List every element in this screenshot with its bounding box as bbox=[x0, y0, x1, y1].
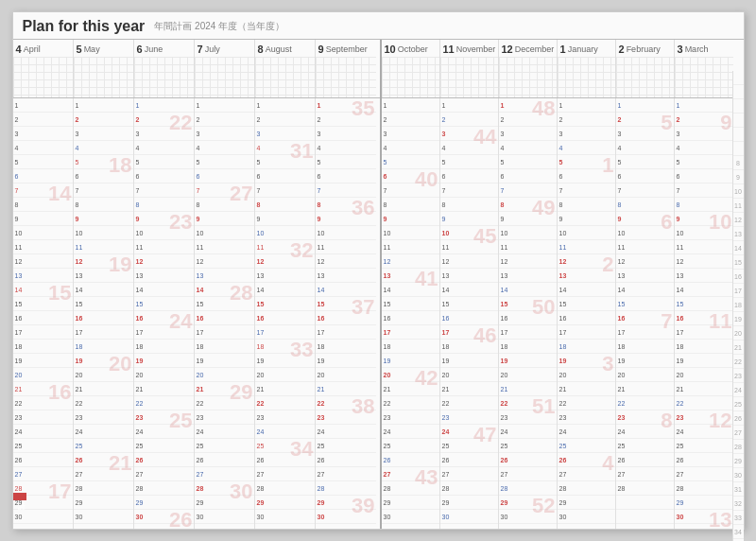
week-number-cell: 31 bbox=[733, 482, 744, 497]
day-cell: 29 bbox=[382, 496, 439, 510]
day-cell: 24 bbox=[499, 425, 557, 439]
day-col-may: 1234518678910111219131415161718192020212… bbox=[74, 98, 134, 529]
day-cell: 2 bbox=[499, 113, 557, 127]
day-cell: 2129 bbox=[195, 382, 254, 396]
day-cell: 15 bbox=[440, 297, 498, 311]
day-cell: 8 bbox=[195, 198, 254, 212]
week-number-cell: 20 bbox=[733, 326, 744, 340]
day-cell: 13 bbox=[558, 269, 615, 283]
day-cell: 25 bbox=[316, 439, 376, 453]
day-cell: 25 bbox=[558, 439, 615, 453]
day-cell: 13 bbox=[134, 269, 194, 283]
week-number-cell: 24 bbox=[733, 383, 744, 397]
day-cell: 29 bbox=[195, 496, 254, 510]
day-cell: 31 bbox=[558, 524, 615, 529]
day-cell: 28 bbox=[255, 481, 315, 496]
week-number-cell: 33 bbox=[733, 511, 744, 525]
day-cell: 3 bbox=[134, 127, 194, 141]
day-cell: 2 bbox=[558, 113, 615, 127]
day-cell: 17 bbox=[316, 325, 376, 340]
day-cell: 1746 bbox=[440, 325, 498, 340]
day-cell: 3 bbox=[675, 127, 733, 141]
day-cell: 18 bbox=[195, 340, 254, 354]
day-cell: 21 bbox=[675, 382, 733, 396]
day-cell: 28 bbox=[616, 481, 674, 496]
day-cell: 12 bbox=[675, 254, 733, 269]
month-col-september: 9September bbox=[316, 40, 376, 97]
day-cell: 5 bbox=[255, 155, 315, 169]
day-cell: 18 bbox=[440, 340, 498, 354]
day-cell bbox=[616, 510, 674, 524]
day-cell: 2 bbox=[74, 113, 133, 127]
day-cell: 11 bbox=[74, 240, 133, 254]
day-cell: 122 bbox=[558, 254, 615, 269]
day-cell: 1415 bbox=[13, 283, 73, 297]
day-cell: 11 bbox=[558, 240, 615, 254]
day-cell: 11 bbox=[134, 240, 194, 254]
day-cell: 14 bbox=[134, 283, 194, 297]
week-number-cell: 22 bbox=[733, 355, 744, 369]
day-col-january: 1234516789101112213141516171819320212223… bbox=[558, 98, 616, 529]
day-cell: 10 bbox=[255, 226, 315, 240]
day-cell: 8 bbox=[13, 198, 73, 212]
day-col-september: 1352345678369101112131415371617181920212… bbox=[316, 98, 376, 529]
day-cell: 3026 bbox=[134, 510, 194, 524]
day-cell: 28 bbox=[134, 481, 194, 496]
day-cell: 5 bbox=[195, 155, 254, 169]
day-cell: 4 bbox=[195, 141, 254, 155]
day-cell: 6 bbox=[316, 169, 376, 183]
day-cell: 17 bbox=[255, 325, 315, 340]
month-col-december: 12December bbox=[499, 40, 558, 97]
week-number-cell: 15 bbox=[733, 255, 744, 270]
month-col-june: 6June bbox=[134, 40, 195, 97]
day-cell: 31 bbox=[382, 524, 439, 529]
day-cell: 4 bbox=[675, 141, 733, 155]
day-cell: 22 bbox=[382, 396, 439, 410]
day-cell: 1 bbox=[255, 98, 315, 113]
day-cell: 30 bbox=[74, 510, 133, 524]
day-cell: 19 bbox=[675, 354, 733, 368]
day-cell: 18 bbox=[382, 340, 439, 354]
day-cell: 19 bbox=[616, 354, 674, 368]
day-cell: 7 bbox=[255, 183, 315, 198]
week-number-cell: 27 bbox=[733, 426, 744, 440]
day-cell: 1 bbox=[134, 98, 194, 113]
day-cell: 640 bbox=[382, 169, 439, 183]
day-cell: 10 bbox=[74, 226, 133, 240]
day-cell: 12 bbox=[134, 254, 194, 269]
day-cell: 2238 bbox=[316, 396, 376, 410]
day-cell: 11 bbox=[316, 240, 376, 254]
week-number-cell: 17 bbox=[733, 284, 744, 298]
day-cell: 10 bbox=[616, 226, 674, 240]
month-col-august: 8August bbox=[255, 40, 316, 97]
day-cell: 5 bbox=[382, 155, 439, 169]
day-cell: 21 bbox=[558, 382, 615, 396]
day-cell: 8 bbox=[382, 198, 439, 212]
month-col-march: 3March bbox=[675, 40, 733, 97]
day-cell: 17 bbox=[13, 325, 73, 340]
day-cell: 4 bbox=[558, 141, 615, 155]
day-cell: 4 bbox=[316, 141, 376, 155]
day-cell: 8 bbox=[440, 198, 498, 212]
day-cell: 1 bbox=[440, 98, 498, 113]
day-cell: 27 bbox=[74, 467, 133, 481]
week-number-cell: 14 bbox=[733, 241, 744, 255]
day-cell: 6 bbox=[440, 169, 498, 183]
week-number-cell: 26 bbox=[733, 411, 744, 426]
day-cell: 15 bbox=[255, 297, 315, 311]
day-cell bbox=[134, 524, 194, 529]
day-cell: 27 bbox=[558, 467, 615, 481]
week-number-cell bbox=[733, 113, 744, 128]
day-cell: 29 bbox=[74, 496, 133, 510]
day-cell: 148 bbox=[499, 98, 557, 113]
day-cell bbox=[13, 524, 73, 529]
day-cell: 13 bbox=[675, 269, 733, 283]
day-cell: 30 bbox=[316, 510, 376, 524]
right-month-headers: 10October11November12December1January2Fe… bbox=[382, 40, 744, 98]
day-cell: 6 bbox=[134, 169, 194, 183]
page-content: 4April5May6June7July8August9September 12… bbox=[13, 40, 744, 529]
day-cell: 20 bbox=[440, 368, 498, 382]
day-cell: 923 bbox=[134, 212, 194, 226]
day-cell: 5 bbox=[316, 155, 376, 169]
day-cell: 1624 bbox=[134, 311, 194, 325]
